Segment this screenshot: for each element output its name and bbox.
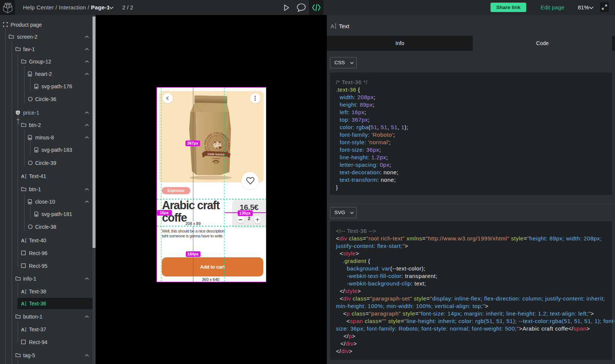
svg-text:A: A — [21, 238, 24, 243]
svg-text:A: A — [21, 174, 24, 179]
svg-text:A: A — [21, 301, 24, 306]
svg-text:A: A — [21, 327, 24, 332]
svg-text:A: A — [331, 23, 334, 29]
svg-text:A: A — [21, 289, 24, 294]
